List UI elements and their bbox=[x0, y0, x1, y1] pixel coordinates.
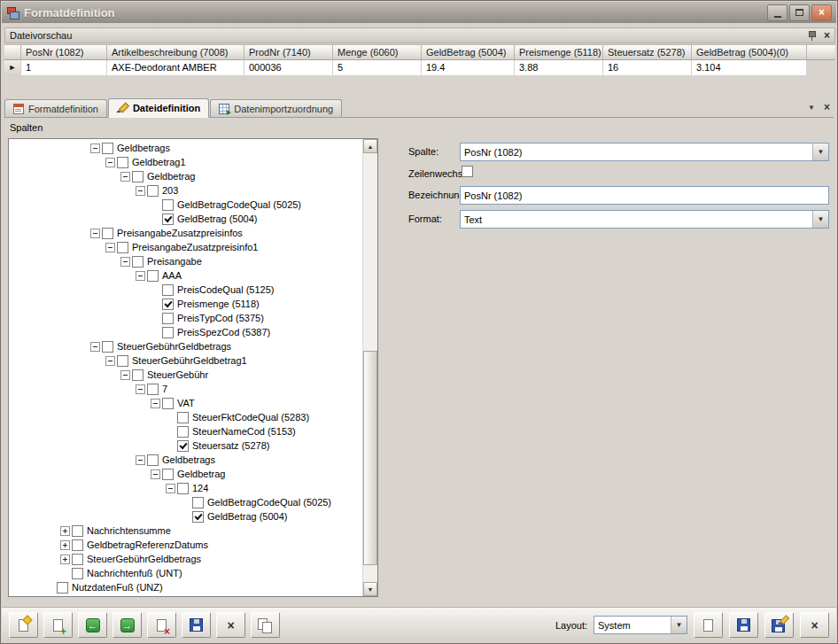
panel-close-icon[interactable]: × bbox=[824, 31, 830, 41]
tree-item[interactable]: Preismenge (5118) bbox=[9, 297, 362, 311]
collapse-icon[interactable] bbox=[136, 384, 145, 394]
tree-checkbox[interactable] bbox=[177, 483, 189, 494]
new-document-button[interactable] bbox=[9, 612, 38, 638]
collapse-icon[interactable] bbox=[151, 469, 160, 479]
tree-item[interactable]: SteuerNameCod (5153) bbox=[9, 424, 362, 438]
move-right-button[interactable]: → bbox=[113, 612, 142, 638]
grid-cell[interactable]: 3.104 bbox=[692, 60, 807, 76]
tree-checkbox[interactable] bbox=[57, 582, 68, 594]
tree-checkbox[interactable] bbox=[147, 185, 159, 197]
expand-icon[interactable] bbox=[60, 555, 70, 564]
tree-checkbox[interactable] bbox=[117, 157, 128, 168]
tree-checkbox[interactable] bbox=[72, 539, 83, 551]
maximize-button[interactable] bbox=[789, 4, 810, 21]
collapse-icon[interactable] bbox=[151, 399, 160, 408]
row-selector[interactable]: ► bbox=[4, 60, 21, 76]
tree-checkbox[interactable] bbox=[117, 242, 128, 253]
grid-cell[interactable]: 000036 bbox=[244, 60, 333, 76]
tree-item[interactable]: NutzdatenFuß (UNZ) bbox=[9, 580, 362, 594]
tree-checkbox[interactable] bbox=[132, 369, 144, 381]
tree-checkbox[interactable] bbox=[177, 440, 189, 452]
pin-icon[interactable] bbox=[807, 30, 817, 41]
tree-item[interactable]: Nachrichtenfuß (UNT) bbox=[9, 566, 362, 580]
expand-icon[interactable] bbox=[60, 540, 70, 550]
tree-item[interactable]: PreisSpezCod (5387) bbox=[9, 325, 362, 339]
tab-list-dropdown-icon[interactable]: ▼ bbox=[808, 104, 815, 112]
tree-item[interactable]: SteuerGebührGeldbetrags bbox=[9, 552, 362, 566]
tree-item[interactable]: Steuersatz (5278) bbox=[9, 438, 362, 453]
tree-checkbox[interactable] bbox=[147, 270, 159, 282]
collapse-icon[interactable] bbox=[120, 257, 130, 267]
tab-formatdefinition[interactable]: Formatdefinition bbox=[4, 99, 107, 117]
tree-scrollbar[interactable]: ▲ ▼ bbox=[362, 139, 377, 596]
grid-cell[interactable]: 5 bbox=[333, 60, 422, 76]
move-left-button[interactable]: ← bbox=[78, 612, 107, 638]
tree-item[interactable]: Geldbetrag bbox=[9, 169, 362, 183]
tree-checkbox[interactable] bbox=[177, 426, 189, 438]
collapse-icon[interactable] bbox=[90, 342, 100, 352]
collapse-icon[interactable] bbox=[105, 356, 115, 366]
tree-item[interactable]: GeldBetragCodeQual (5025) bbox=[9, 495, 362, 509]
format-combobox[interactable]: Text ▼ bbox=[460, 210, 829, 229]
grid-column-header[interactable]: Artikelbeschreibung (7008) bbox=[107, 45, 244, 59]
scrollbar-track[interactable] bbox=[363, 153, 377, 582]
tree-item[interactable]: SteuerGebühr bbox=[9, 368, 362, 382]
tree-item[interactable]: Preisangabe bbox=[9, 254, 362, 268]
tree-item[interactable]: Nachrichtensumme bbox=[9, 524, 362, 538]
tree-checkbox[interactable] bbox=[72, 554, 83, 565]
tree-item[interactable]: GeldbetragReferenzDatums bbox=[9, 538, 362, 552]
tree-item[interactable]: Geldbetrag1 bbox=[9, 155, 362, 169]
tree-item[interactable]: VAT bbox=[9, 396, 362, 410]
collapse-icon[interactable] bbox=[120, 172, 130, 182]
grid-cell[interactable]: 16 bbox=[603, 60, 692, 76]
tree-item[interactable]: PreisTypCod (5375) bbox=[9, 311, 362, 325]
grid-cell[interactable]: AXE-Deodorant AMBER bbox=[107, 60, 244, 76]
chevron-down-icon[interactable]: ▼ bbox=[812, 144, 828, 160]
bezeichnung-input[interactable] bbox=[460, 186, 829, 205]
tree-item[interactable]: SteuerGebührGeldbetrags bbox=[9, 339, 362, 353]
tree-checkbox[interactable] bbox=[162, 313, 174, 324]
chevron-down-icon[interactable]: ▼ bbox=[812, 211, 828, 228]
layout-save-button[interactable] bbox=[729, 612, 758, 638]
grid-column-header[interactable]: ProdNr (7140) bbox=[244, 45, 333, 59]
collapse-icon[interactable] bbox=[120, 370, 130, 380]
close-button[interactable]: × bbox=[800, 612, 829, 638]
layout-edit-button[interactable] bbox=[764, 612, 794, 638]
tree-checkbox[interactable] bbox=[162, 284, 174, 296]
tree-item[interactable]: GeldBetragCodeQual (5025) bbox=[9, 198, 362, 212]
layout-combobox[interactable]: System ▼ bbox=[594, 616, 687, 634]
tree-checkbox[interactable] bbox=[72, 525, 83, 537]
collapse-icon[interactable] bbox=[90, 229, 100, 238]
tab-dateidefinition[interactable]: Dateidefinition bbox=[108, 98, 209, 118]
tree-checkbox[interactable] bbox=[162, 299, 174, 310]
minimize-button[interactable] bbox=[767, 4, 788, 21]
tree-checkbox[interactable] bbox=[177, 412, 189, 423]
tree-item[interactable]: 203 bbox=[9, 183, 362, 198]
tree-item[interactable]: PreisangabeZusatzpreisinfos bbox=[9, 226, 362, 240]
spalte-combobox[interactable]: PosNr (1082) ▼ bbox=[460, 143, 829, 161]
tree-item[interactable]: Geldbetrags bbox=[9, 141, 362, 155]
grid-column-header[interactable]: Steuersatz (5278) bbox=[603, 45, 692, 59]
tree-checkbox[interactable] bbox=[132, 256, 144, 268]
tree-checkbox[interactable] bbox=[117, 355, 128, 367]
tree-item[interactable]: Geldbetrag bbox=[9, 467, 362, 481]
copy-button[interactable] bbox=[251, 612, 280, 638]
grid-column-header[interactable]: GeldBetrag (5004) bbox=[422, 45, 515, 59]
tree-checkbox[interactable] bbox=[102, 228, 113, 239]
tree-checkbox[interactable] bbox=[72, 568, 83, 579]
delete-document-button[interactable]: × bbox=[147, 612, 176, 638]
tree-checkbox[interactable] bbox=[162, 327, 174, 338]
tree-item[interactable]: PreisangabeZusatzpreisinfo1 bbox=[9, 240, 362, 254]
tree-item[interactable]: SteuerGebührGeldbetrag1 bbox=[9, 353, 362, 368]
chevron-down-icon[interactable]: ▼ bbox=[671, 617, 687, 633]
grid-cell[interactable]: 3.88 bbox=[515, 60, 603, 76]
grid-data-row[interactable]: ► 1AXE-Deodorant AMBER000036519.43.88163… bbox=[4, 60, 835, 76]
tree-item[interactable]: GeldBetrag (5004) bbox=[9, 212, 362, 226]
tab-close-icon[interactable]: × bbox=[824, 103, 830, 113]
scroll-up-button[interactable]: ▲ bbox=[363, 139, 377, 153]
tree-checkbox[interactable] bbox=[162, 199, 174, 211]
cancel-button[interactable]: × bbox=[216, 612, 245, 638]
grid-cell[interactable]: 19.4 bbox=[422, 60, 515, 76]
save-button[interactable] bbox=[182, 612, 211, 638]
tree-item[interactable]: SteuerFktCodeQual (5283) bbox=[9, 410, 362, 424]
